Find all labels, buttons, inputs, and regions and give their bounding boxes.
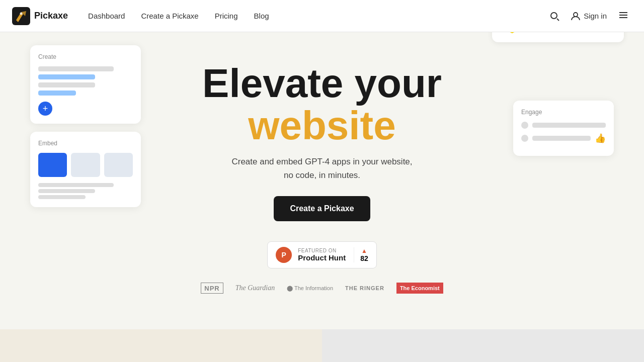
brand-ringer: THE RINGER bbox=[345, 283, 384, 294]
product-hunt-logo: P bbox=[276, 247, 292, 263]
nav-logo[interactable]: Pickaxe bbox=[12, 7, 68, 25]
hamburger-menu-button[interactable] bbox=[615, 7, 632, 25]
bottom-left-panel bbox=[0, 329, 322, 362]
logo-text: Pickaxe bbox=[34, 11, 68, 21]
nav-pricing[interactable]: Pricing bbox=[215, 12, 238, 20]
search-icon bbox=[549, 11, 559, 21]
ph-arrow-icon: ▲ bbox=[361, 247, 367, 254]
pickaxe-logo-icon bbox=[12, 7, 30, 25]
brand-guardian: The Guardian bbox=[235, 283, 275, 294]
sign-in-button[interactable]: Sign in bbox=[571, 11, 607, 21]
hero-section: We stand with Ukraine Create + Embed bbox=[0, 0, 644, 362]
product-hunt-badge[interactable]: P FEATURED ON Product Hunt ▲ 82 bbox=[267, 241, 377, 268]
brand-economist: The Economist bbox=[396, 283, 443, 294]
ph-featured-label: FEATURED ON bbox=[298, 248, 346, 253]
bottom-right-panel bbox=[322, 329, 644, 362]
brand-logos: NPR The Guardian ⬤ The Information THE R… bbox=[10, 283, 634, 294]
svg-point-3 bbox=[574, 13, 578, 17]
hero-title: Elevate your website bbox=[10, 62, 634, 147]
brand-npr: NPR bbox=[201, 283, 223, 294]
nav-links: Dashboard Create a Pickaxe Pricing Blog bbox=[88, 12, 546, 20]
ph-count: 82 bbox=[360, 254, 368, 262]
hero-animated-word: website bbox=[10, 105, 634, 147]
nav-dashboard[interactable]: Dashboard bbox=[88, 12, 125, 20]
nav-right: Sign in bbox=[546, 7, 632, 25]
ph-name: Product Hunt bbox=[298, 253, 346, 262]
svg-point-1 bbox=[20, 12, 23, 15]
hero-content: Elevate your website Create and embed GP… bbox=[0, 32, 644, 314]
hero-subtitle: Create and embed GPT-4 apps in your webs… bbox=[10, 155, 634, 182]
ph-votes: ▲ 82 bbox=[354, 247, 368, 262]
navigation: Pickaxe Dashboard Create a Pickaxe Prici… bbox=[0, 0, 644, 32]
create-pickaxe-button[interactable]: Create a Pickaxe bbox=[274, 196, 370, 221]
ph-text: FEATURED ON Product Hunt bbox=[298, 248, 346, 262]
svg-point-2 bbox=[551, 13, 557, 19]
nav-create-pickaxe[interactable]: Create a Pickaxe bbox=[141, 12, 198, 20]
nav-blog[interactable]: Blog bbox=[254, 12, 269, 20]
brand-information: ⬤ The Information bbox=[287, 283, 333, 294]
user-icon bbox=[571, 11, 581, 21]
hero-line1: Elevate your bbox=[202, 61, 442, 106]
search-button[interactable] bbox=[546, 8, 562, 24]
menu-icon bbox=[618, 10, 629, 21]
bottom-preview bbox=[0, 329, 644, 362]
